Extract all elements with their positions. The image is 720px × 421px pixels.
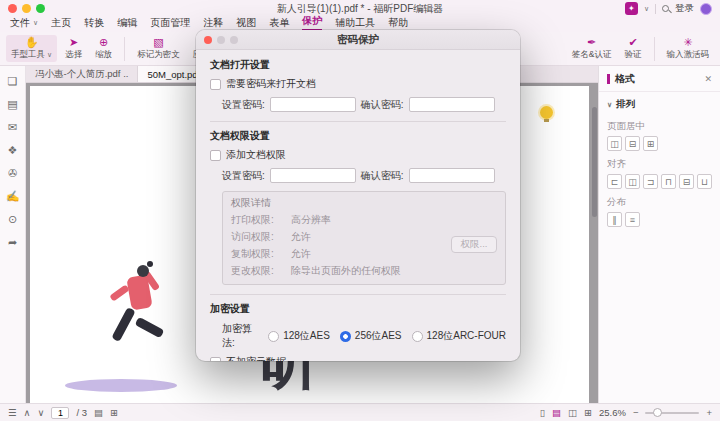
add-permission-checkbox[interactable] <box>210 150 221 161</box>
attachments-icon[interactable]: ✇ <box>8 168 17 179</box>
dialog-window-controls <box>204 36 238 44</box>
comments-icon[interactable]: ✉ <box>8 122 17 133</box>
titlebar-right-cluster: ✦ ∨ 登录 <box>625 2 712 15</box>
menu-item-accessibility[interactable]: 辅助工具 <box>335 16 375 31</box>
menu-item-comment[interactable]: 注释 <box>203 16 223 31</box>
fit-page-icon[interactable]: ⊞ <box>110 408 118 418</box>
sign-certify-button[interactable]: ✒ 签名&认证 <box>567 35 617 62</box>
page-thumbnails-icon[interactable]: ▤ <box>7 99 17 110</box>
arcfour128-option[interactable]: 128位ARC-FOUR <box>412 329 506 343</box>
require-open-password-checkbox[interactable] <box>210 79 221 90</box>
align-center-icon[interactable]: ◫ <box>625 174 640 189</box>
align-bottom-icon[interactable]: ⊔ <box>697 174 712 189</box>
facing-view-icon[interactable]: ◫ <box>568 408 577 418</box>
open-set-password-input[interactable] <box>270 97 356 112</box>
menu-item-page-manage[interactable]: 页面管理 <box>150 16 190 31</box>
share-icon[interactable]: ➦ <box>8 237 17 248</box>
dialog-minimize-button <box>217 36 225 44</box>
sidebar-menu-icon[interactable]: ☰ <box>8 408 17 418</box>
layers-icon[interactable]: ❖ <box>8 145 18 156</box>
single-page-view-icon[interactable]: ▯ <box>540 408 545 418</box>
window-title: 新人引导(1)(1).pdf * - 福昕PDF编辑器 <box>0 2 720 16</box>
login-button[interactable]: 登录 <box>675 2 694 15</box>
verify-button[interactable]: ✔ 验证 <box>620 35 647 62</box>
zoom-out-icon[interactable]: − <box>633 408 639 418</box>
aes256-radio[interactable] <box>340 331 351 342</box>
center-horizontal-icon[interactable]: ◫ <box>607 136 622 151</box>
arrange-section-toggle[interactable]: ∨ 排列 <box>599 92 720 115</box>
hand-icon: ✋ <box>25 36 39 48</box>
align-middle-icon[interactable]: ⊟ <box>679 174 694 189</box>
zoom-slider-handle[interactable] <box>653 408 662 417</box>
open-confirm-password-input[interactable] <box>409 97 495 112</box>
continuous-view-icon[interactable]: ▤ <box>552 408 561 418</box>
signature-pen-icon: ✒ <box>587 36 596 48</box>
align-right-icon[interactable]: ⊐ <box>643 174 658 189</box>
select-tool-button[interactable]: ➤ 选择 <box>60 35 87 62</box>
hand-tool-button[interactable]: ✋ 手型工具∨ <box>6 35 57 62</box>
menu-item-convert[interactable]: 转换 <box>84 16 104 31</box>
menu-item-home[interactable]: 主页 <box>51 16 71 31</box>
tab-label: 冯小惠-个人简历.pdf .. <box>35 68 128 81</box>
tip-lightbulb-icon[interactable] <box>540 106 553 119</box>
perm-confirm-password-input[interactable] <box>409 168 495 183</box>
account-avatar[interactable] <box>700 3 712 15</box>
open-confirm-password-label: 确认密码: <box>361 98 404 112</box>
menu-item-view[interactable]: 视图 <box>236 16 256 31</box>
toolbar-separator <box>124 37 125 61</box>
align-top-icon[interactable]: ⊓ <box>661 174 676 189</box>
align-left-icon[interactable]: ⊏ <box>607 174 622 189</box>
section-divider <box>210 294 506 295</box>
aes128-radio[interactable] <box>268 331 279 342</box>
activation-code-button[interactable]: ✳ 输入激活码 <box>662 35 715 62</box>
close-panel-icon[interactable]: ✕ <box>704 74 712 84</box>
password-protect-dialog: 密码保护 文档打开设置 需要密码来打开文档 设置密码: 确认密码: 文档权限设置… <box>196 30 520 361</box>
search-icon[interactable] <box>662 5 669 12</box>
perm-set-password-input[interactable] <box>270 168 356 183</box>
zoom-tool-button[interactable]: ⊕ 缩放 <box>90 35 117 62</box>
print-permission-label: 打印权限: <box>231 213 291 227</box>
perm-confirm-password-label: 确认密码: <box>361 169 404 183</box>
add-permission-label: 添加文档权限 <box>226 148 286 162</box>
document-tab[interactable]: 冯小惠-个人简历.pdf .. <box>26 66 138 82</box>
previous-page-icon[interactable]: ∧ <box>24 408 31 418</box>
mark-redaction-button[interactable]: ▧ 标记为密文 <box>132 35 185 62</box>
zoom-percentage[interactable]: 25.6% <box>599 407 626 418</box>
distribute-vertical-icon[interactable]: ≡ <box>625 212 640 227</box>
format-panel-header: 格式 ✕ <box>599 66 720 92</box>
aes128-label: 128位AES <box>283 329 330 343</box>
upgrade-icon[interactable]: ✦ <box>625 2 638 15</box>
zoom-in-icon[interactable]: + <box>706 408 712 418</box>
bookmark-icon[interactable]: ❏ <box>8 76 18 87</box>
document-scrollbar[interactable] <box>592 107 597 217</box>
close-window-button[interactable] <box>8 4 17 13</box>
aes128-option[interactable]: 128位AES <box>268 329 330 343</box>
page-number-input[interactable] <box>51 407 69 419</box>
arcfour128-radio[interactable] <box>412 331 423 342</box>
search-panel-icon[interactable]: ⊙ <box>8 214 17 225</box>
menu-item-edit[interactable]: 编辑 <box>117 16 137 31</box>
menu-item-protect[interactable]: 保护 <box>302 14 322 31</box>
distribute-horizontal-icon[interactable]: ∥ <box>607 212 622 227</box>
align-icons: ⊏ ◫ ⊐ ⊓ ⊟ ⊔ <box>599 173 720 191</box>
menu-item-file[interactable]: 文件∨ <box>10 16 38 31</box>
mark-redaction-icon: ▧ <box>153 36 163 48</box>
permission-detail-button[interactable]: 权限... <box>451 236 497 253</box>
minimize-window-button[interactable] <box>22 4 31 13</box>
fit-width-icon[interactable]: ▤ <box>94 408 103 418</box>
next-page-icon[interactable]: ∨ <box>38 408 45 418</box>
verify-label: 验证 <box>625 49 642 61</box>
center-both-icon[interactable]: ⊞ <box>643 136 658 151</box>
dialog-close-button[interactable] <box>204 36 212 44</box>
no-metadata-checkbox[interactable] <box>210 357 221 362</box>
maximize-window-button[interactable] <box>36 4 45 13</box>
menu-item-help[interactable]: 帮助 <box>388 16 408 31</box>
zoom-slider[interactable] <box>645 412 699 414</box>
page-total-label: / 3 <box>76 407 87 418</box>
aes256-option[interactable]: 256位AES <box>340 329 402 343</box>
chevron-down-icon[interactable]: ∨ <box>644 5 649 13</box>
center-vertical-icon[interactable]: ⊟ <box>625 136 640 151</box>
signature-icon[interactable]: ✍ <box>6 191 20 202</box>
menu-item-form[interactable]: 表单 <box>269 16 289 31</box>
facing-continuous-view-icon[interactable]: ⊞ <box>584 408 592 418</box>
